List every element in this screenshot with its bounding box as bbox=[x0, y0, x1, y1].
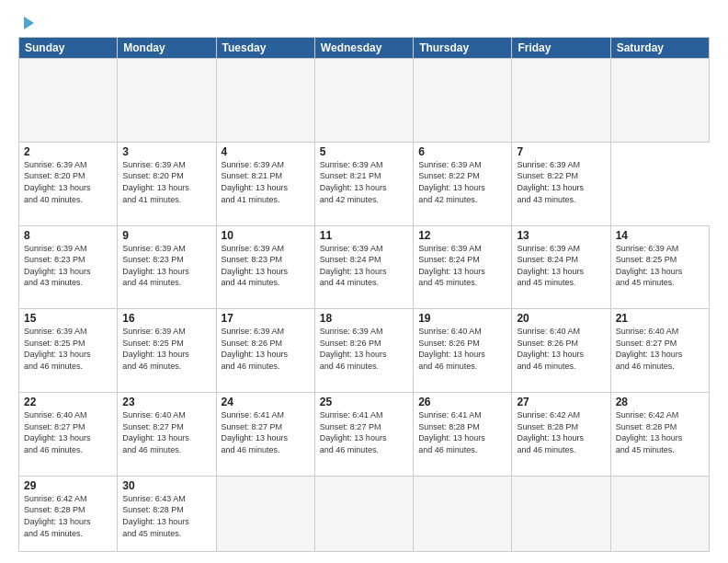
day-number: 28 bbox=[616, 396, 704, 408]
day-info: Sunrise: 6:39 AM Sunset: 8:26 PM Dayligh… bbox=[320, 326, 408, 372]
week-row: 2Sunrise: 6:39 AM Sunset: 8:20 PM Daylig… bbox=[19, 142, 710, 225]
header-day: Tuesday bbox=[216, 38, 314, 59]
day-info: Sunrise: 6:39 AM Sunset: 8:25 PM Dayligh… bbox=[122, 326, 210, 372]
day-cell: 20Sunrise: 6:40 AM Sunset: 8:26 PM Dayli… bbox=[512, 309, 610, 393]
day-info: Sunrise: 6:39 AM Sunset: 8:24 PM Dayligh… bbox=[320, 243, 408, 289]
day-number: 8 bbox=[24, 229, 112, 242]
svg-marker-0 bbox=[24, 17, 34, 29]
day-cell: 26Sunrise: 6:41 AM Sunset: 8:28 PM Dayli… bbox=[414, 393, 512, 477]
day-cell: 28Sunrise: 6:42 AM Sunset: 8:28 PM Dayli… bbox=[610, 393, 709, 477]
day-cell: 8Sunrise: 6:39 AM Sunset: 8:23 PM Daylig… bbox=[19, 225, 118, 309]
day-cell bbox=[414, 476, 512, 551]
day-number: 15 bbox=[24, 312, 112, 325]
day-info: Sunrise: 6:39 AM Sunset: 8:25 PM Dayligh… bbox=[616, 243, 704, 289]
day-info: Sunrise: 6:42 AM Sunset: 8:28 PM Dayligh… bbox=[517, 409, 605, 455]
day-cell bbox=[610, 59, 709, 143]
day-info: Sunrise: 6:39 AM Sunset: 8:23 PM Dayligh… bbox=[122, 243, 210, 289]
day-cell: 11Sunrise: 6:39 AM Sunset: 8:24 PM Dayli… bbox=[314, 225, 413, 309]
day-number: 23 bbox=[122, 396, 210, 408]
day-number: 2 bbox=[24, 145, 112, 158]
day-number: 16 bbox=[122, 312, 210, 325]
day-info: Sunrise: 6:40 AM Sunset: 8:27 PM Dayligh… bbox=[616, 326, 704, 372]
day-info: Sunrise: 6:39 AM Sunset: 8:21 PM Dayligh… bbox=[320, 159, 408, 205]
day-info: Sunrise: 6:39 AM Sunset: 8:24 PM Dayligh… bbox=[517, 243, 605, 289]
day-cell: 4Sunrise: 6:39 AM Sunset: 8:21 PM Daylig… bbox=[216, 142, 314, 225]
day-cell: 27Sunrise: 6:42 AM Sunset: 8:28 PM Dayli… bbox=[512, 393, 610, 477]
day-cell bbox=[414, 59, 512, 143]
header-day: Saturday bbox=[610, 38, 709, 59]
day-number: 7 bbox=[517, 145, 605, 158]
day-number: 5 bbox=[320, 145, 408, 158]
day-info: Sunrise: 6:43 AM Sunset: 8:28 PM Dayligh… bbox=[122, 493, 210, 539]
header-day: Monday bbox=[118, 38, 216, 59]
day-cell: 21Sunrise: 6:40 AM Sunset: 8:27 PM Dayli… bbox=[610, 309, 709, 393]
day-info: Sunrise: 6:42 AM Sunset: 8:28 PM Dayligh… bbox=[24, 493, 112, 539]
day-cell bbox=[610, 476, 709, 551]
day-cell bbox=[314, 476, 413, 551]
day-info: Sunrise: 6:39 AM Sunset: 8:26 PM Dayligh… bbox=[222, 326, 310, 372]
day-number: 6 bbox=[418, 145, 506, 158]
day-cell: 16Sunrise: 6:39 AM Sunset: 8:25 PM Dayli… bbox=[118, 309, 216, 393]
day-number: 13 bbox=[517, 229, 605, 242]
day-cell: 12Sunrise: 6:39 AM Sunset: 8:24 PM Dayli… bbox=[414, 225, 512, 309]
day-cell: 19Sunrise: 6:40 AM Sunset: 8:26 PM Dayli… bbox=[414, 309, 512, 393]
day-cell: 15Sunrise: 6:39 AM Sunset: 8:25 PM Dayli… bbox=[19, 309, 118, 393]
header bbox=[18, 15, 710, 29]
day-cell: 22Sunrise: 6:40 AM Sunset: 8:27 PM Dayli… bbox=[19, 393, 118, 477]
day-cell: 2Sunrise: 6:39 AM Sunset: 8:20 PM Daylig… bbox=[19, 142, 118, 225]
day-info: Sunrise: 6:39 AM Sunset: 8:22 PM Dayligh… bbox=[418, 159, 506, 205]
calendar-body: 2Sunrise: 6:39 AM Sunset: 8:20 PM Daylig… bbox=[19, 59, 710, 552]
header-row: SundayMondayTuesdayWednesdayThursdayFrid… bbox=[19, 38, 710, 59]
day-cell: 17Sunrise: 6:39 AM Sunset: 8:26 PM Dayli… bbox=[216, 309, 314, 393]
week-row bbox=[19, 59, 710, 143]
day-number: 18 bbox=[320, 312, 408, 325]
day-number: 10 bbox=[222, 229, 310, 242]
day-cell: 29Sunrise: 6:42 AM Sunset: 8:28 PM Dayli… bbox=[19, 476, 118, 551]
day-cell: 3Sunrise: 6:39 AM Sunset: 8:20 PM Daylig… bbox=[118, 142, 216, 225]
day-info: Sunrise: 6:39 AM Sunset: 8:23 PM Dayligh… bbox=[24, 243, 112, 289]
day-number: 29 bbox=[24, 479, 112, 492]
day-cell bbox=[118, 59, 216, 143]
day-cell: 23Sunrise: 6:40 AM Sunset: 8:27 PM Dayli… bbox=[118, 393, 216, 477]
day-number: 3 bbox=[122, 145, 210, 158]
day-number: 22 bbox=[24, 396, 112, 408]
header-day: Thursday bbox=[414, 38, 512, 59]
day-number: 17 bbox=[222, 312, 310, 325]
week-row: 15Sunrise: 6:39 AM Sunset: 8:25 PM Dayli… bbox=[19, 309, 710, 393]
day-number: 26 bbox=[418, 396, 506, 408]
header-day: Sunday bbox=[19, 38, 118, 59]
calendar-header: SundayMondayTuesdayWednesdayThursdayFrid… bbox=[19, 38, 710, 59]
day-info: Sunrise: 6:40 AM Sunset: 8:26 PM Dayligh… bbox=[517, 326, 605, 372]
day-info: Sunrise: 6:39 AM Sunset: 8:24 PM Dayligh… bbox=[418, 243, 506, 289]
day-info: Sunrise: 6:41 AM Sunset: 8:28 PM Dayligh… bbox=[418, 409, 506, 455]
day-number: 9 bbox=[122, 229, 210, 242]
day-cell: 5Sunrise: 6:39 AM Sunset: 8:21 PM Daylig… bbox=[314, 142, 413, 225]
day-info: Sunrise: 6:41 AM Sunset: 8:27 PM Dayligh… bbox=[222, 409, 310, 455]
day-info: Sunrise: 6:40 AM Sunset: 8:27 PM Dayligh… bbox=[24, 409, 112, 455]
day-info: Sunrise: 6:40 AM Sunset: 8:26 PM Dayligh… bbox=[418, 326, 506, 372]
day-number: 30 bbox=[122, 479, 210, 492]
page: SundayMondayTuesdayWednesdayThursdayFrid… bbox=[0, 0, 728, 563]
day-cell bbox=[216, 59, 314, 143]
day-cell: 10Sunrise: 6:39 AM Sunset: 8:23 PM Dayli… bbox=[216, 225, 314, 309]
logo-arrow-icon bbox=[19, 15, 36, 31]
day-info: Sunrise: 6:41 AM Sunset: 8:27 PM Dayligh… bbox=[320, 409, 408, 455]
day-cell: 24Sunrise: 6:41 AM Sunset: 8:27 PM Dayli… bbox=[216, 393, 314, 477]
day-cell: 13Sunrise: 6:39 AM Sunset: 8:24 PM Dayli… bbox=[512, 225, 610, 309]
day-cell: 7Sunrise: 6:39 AM Sunset: 8:22 PM Daylig… bbox=[512, 142, 610, 225]
day-info: Sunrise: 6:40 AM Sunset: 8:27 PM Dayligh… bbox=[122, 409, 210, 455]
day-number: 19 bbox=[418, 312, 506, 325]
day-number: 20 bbox=[517, 312, 605, 325]
calendar-table: SundayMondayTuesdayWednesdayThursdayFrid… bbox=[18, 37, 710, 552]
week-row: 22Sunrise: 6:40 AM Sunset: 8:27 PM Dayli… bbox=[19, 393, 710, 477]
day-cell: 6Sunrise: 6:39 AM Sunset: 8:22 PM Daylig… bbox=[414, 142, 512, 225]
day-info: Sunrise: 6:39 AM Sunset: 8:23 PM Dayligh… bbox=[222, 243, 310, 289]
day-cell: 25Sunrise: 6:41 AM Sunset: 8:27 PM Dayli… bbox=[314, 393, 413, 477]
day-info: Sunrise: 6:39 AM Sunset: 8:21 PM Dayligh… bbox=[222, 159, 310, 205]
day-number: 14 bbox=[616, 229, 704, 242]
day-number: 12 bbox=[418, 229, 506, 242]
day-number: 4 bbox=[222, 145, 310, 158]
day-cell bbox=[512, 476, 610, 551]
day-cell: 18Sunrise: 6:39 AM Sunset: 8:26 PM Dayli… bbox=[314, 309, 413, 393]
day-info: Sunrise: 6:39 AM Sunset: 8:22 PM Dayligh… bbox=[517, 159, 605, 205]
